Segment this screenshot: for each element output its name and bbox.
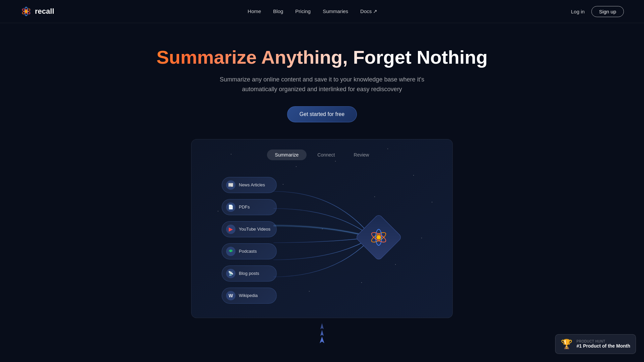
source-node-pdfs[interactable]: 📄 PDFs bbox=[222, 199, 277, 215]
orb-diamond bbox=[355, 214, 402, 261]
orb-inner bbox=[369, 227, 389, 247]
blog-label: Blog posts bbox=[239, 271, 259, 276]
hero-title: Summarize Anything, Forget Nothing bbox=[7, 47, 637, 68]
nav-docs[interactable]: Docs ↗ bbox=[360, 8, 377, 14]
podcast-icon bbox=[226, 247, 235, 256]
nav-blog[interactable]: Blog bbox=[273, 8, 283, 14]
tab-review[interactable]: Review bbox=[346, 149, 377, 160]
youtube-label: YouTube Videos bbox=[239, 227, 270, 232]
logo-link[interactable]: recall bbox=[20, 5, 54, 17]
hero-section: Summarize Anything, Forget Nothing Summa… bbox=[0, 23, 644, 318]
source-node-podcasts[interactable]: Podcasts bbox=[222, 243, 277, 259]
nav-home[interactable]: Home bbox=[248, 8, 261, 14]
tab-connect[interactable]: Connect bbox=[309, 149, 343, 160]
orb-center-dot bbox=[376, 235, 381, 240]
nav-pricing[interactable]: Pricing bbox=[295, 8, 311, 14]
logo-text: recall bbox=[35, 7, 54, 16]
source-node-wikipedia[interactable]: W Wikipedia bbox=[222, 288, 277, 304]
demo-panel: Summarize Connect Review 📰 News Articles… bbox=[191, 139, 453, 318]
demo-tabs: Summarize Connect Review bbox=[202, 149, 442, 160]
diagram-area: 📰 News Articles 📄 PDFs ▶ YouTube Videos … bbox=[202, 174, 442, 301]
nav-summaries[interactable]: Summaries bbox=[323, 8, 348, 14]
news-label: News Articles bbox=[239, 182, 265, 187]
nav-actions: Log in Sign up bbox=[571, 6, 624, 17]
ph-text-group: PRODUCT HUNT #1 Product of the Month bbox=[577, 340, 630, 349]
source-nodes: 📰 News Articles 📄 PDFs ▶ YouTube Videos … bbox=[222, 177, 277, 304]
trophy-icon: 🏆 bbox=[561, 339, 573, 350]
wikipedia-label: Wikipedia bbox=[239, 293, 258, 298]
podcast-label: Podcasts bbox=[239, 249, 257, 254]
login-button[interactable]: Log in bbox=[571, 9, 585, 14]
hero-subtitle: Summarize any online content and save it… bbox=[205, 75, 439, 94]
news-icon: 📰 bbox=[226, 180, 235, 190]
youtube-icon: ▶ bbox=[226, 225, 235, 234]
navbar: recall Home Blog Pricing Summaries Docs … bbox=[0, 0, 644, 23]
nav-links: Home Blog Pricing Summaries Docs ↗ bbox=[248, 8, 377, 14]
product-hunt-badge[interactable]: 🏆 PRODUCT HUNT #1 Product of the Month bbox=[555, 334, 636, 354]
blog-icon: 📡 bbox=[226, 269, 235, 278]
tab-summarize[interactable]: Summarize bbox=[267, 149, 307, 160]
source-node-news[interactable]: 📰 News Articles bbox=[222, 177, 277, 193]
ph-label: PRODUCT HUNT bbox=[577, 340, 630, 343]
ph-title: #1 Product of the Month bbox=[577, 343, 630, 349]
svg-point-5 bbox=[230, 251, 232, 252]
cta-button[interactable]: Get started for free bbox=[287, 106, 357, 122]
pdf-icon: 📄 bbox=[226, 202, 235, 212]
wikipedia-icon: W bbox=[226, 291, 235, 300]
orb-atom bbox=[369, 227, 389, 247]
signup-button[interactable]: Sign up bbox=[591, 6, 624, 17]
scroll-arrow bbox=[317, 320, 327, 348]
center-orb bbox=[362, 221, 395, 254]
source-node-blog[interactable]: 📡 Blog posts bbox=[222, 265, 277, 282]
source-node-youtube[interactable]: ▶ YouTube Videos bbox=[222, 221, 277, 237]
pdf-label: PDFs bbox=[239, 204, 250, 209]
